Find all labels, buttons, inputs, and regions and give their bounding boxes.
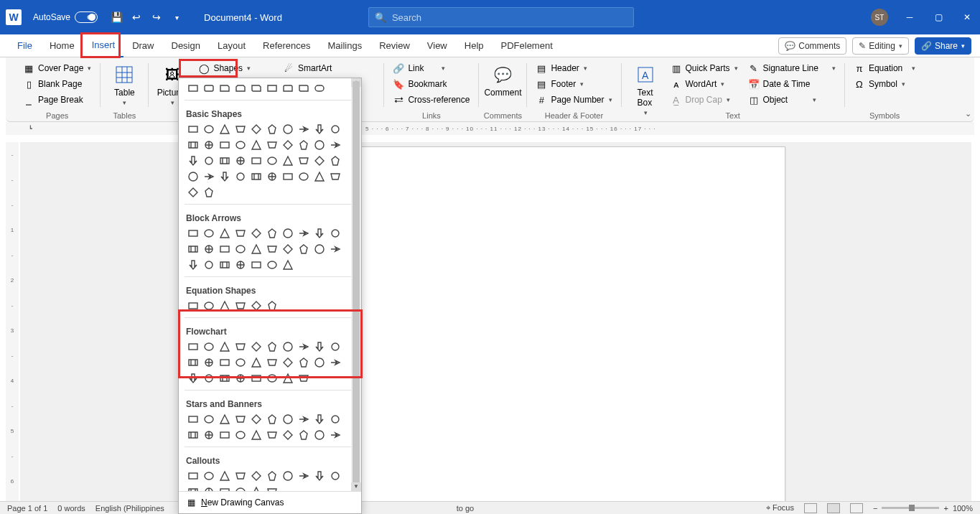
symbol-button[interactable]: ΩSymbol▾ — [851, 76, 918, 92]
shape-item[interactable] — [218, 371, 232, 386]
shape-item[interactable] — [281, 428, 295, 442]
shape-item[interactable] — [312, 340, 327, 354]
tab-home[interactable]: Home — [41, 34, 83, 57]
shape-item[interactable] — [297, 169, 311, 184]
web-layout-icon[interactable] — [850, 503, 863, 513]
shape-item[interactable] — [218, 469, 232, 483]
shape-item[interactable] — [312, 154, 327, 168]
shape-item[interactable] — [249, 154, 263, 168]
shape-item[interactable] — [249, 469, 263, 483]
shape-item[interactable] — [186, 371, 200, 386]
shape-round1-rect[interactable] — [265, 81, 279, 95]
shapes-scrollbar[interactable]: ▲ ▼ — [351, 78, 361, 491]
shape-item[interactable] — [218, 226, 232, 240]
shape-item[interactable] — [297, 340, 311, 354]
page-break-button[interactable]: ⎯Page Break — [20, 92, 94, 108]
user-avatar[interactable]: ST — [871, 9, 888, 26]
shape-item[interactable] — [328, 169, 342, 184]
shape-item[interactable] — [249, 169, 263, 184]
comment-button[interactable]: 💬 Comment — [485, 60, 521, 101]
shape-item[interactable] — [297, 371, 311, 386]
shape-item[interactable] — [328, 138, 342, 152]
shape-item[interactable] — [312, 122, 327, 136]
shape-item[interactable] — [233, 122, 248, 136]
shape-item[interactable] — [249, 138, 263, 152]
editing-mode-button[interactable]: ✎ Editing ▾ — [852, 37, 909, 55]
shape-item[interactable] — [297, 242, 311, 256]
zoom-control[interactable]: − + 100% — [873, 504, 973, 513]
shape-item[interactable] — [249, 258, 263, 272]
shape-round2-diag-rect[interactable] — [297, 81, 311, 95]
shape-item[interactable] — [297, 355, 311, 370]
shape-item[interactable] — [218, 122, 232, 136]
tab-pdfelement[interactable]: PDFelement — [493, 34, 561, 57]
shape-item[interactable] — [233, 169, 248, 184]
shape-snip-rect[interactable] — [218, 81, 232, 95]
shape-item[interactable] — [186, 226, 200, 240]
shape-item[interactable] — [202, 428, 216, 442]
shape-item[interactable] — [202, 299, 216, 313]
shape-item[interactable] — [297, 412, 311, 426]
read-mode-icon[interactable] — [804, 503, 817, 513]
object-button[interactable]: ◫Object▾ — [745, 92, 839, 108]
redo-icon[interactable]: ↪ — [146, 7, 167, 27]
shape-item[interactable] — [202, 242, 216, 256]
shape-item[interactable] — [186, 258, 200, 272]
zoom-out-icon[interactable]: − — [873, 504, 877, 513]
shape-item[interactable] — [328, 154, 342, 168]
shape-item[interactable] — [186, 122, 200, 136]
shape-item[interactable] — [249, 242, 263, 256]
shape-item[interactable] — [265, 226, 279, 240]
shape-item[interactable] — [218, 258, 232, 272]
share-button[interactable]: 🔗 Share ▾ — [915, 37, 971, 55]
shape-item[interactable] — [265, 154, 279, 168]
shape-item[interactable] — [233, 412, 248, 426]
shape-item[interactable] — [265, 169, 279, 184]
shape-item[interactable] — [249, 355, 263, 370]
date-time-button[interactable]: 📅Date & Time — [745, 76, 839, 92]
tab-review[interactable]: Review — [370, 34, 419, 57]
shape-snip-round-rect[interactable] — [249, 81, 263, 95]
shape-item[interactable] — [265, 122, 279, 136]
zoom-in-icon[interactable]: + — [943, 504, 948, 513]
maximize-button[interactable]: ▢ — [931, 12, 946, 22]
shape-item[interactable] — [312, 226, 327, 240]
shape-rounded-rect[interactable] — [202, 81, 216, 95]
shape-item[interactable] — [265, 428, 279, 442]
shape-item[interactable] — [281, 412, 295, 426]
shape-item[interactable] — [233, 371, 248, 386]
shape-item[interactable] — [233, 428, 248, 442]
cross-reference-button[interactable]: ⮂Cross-reference — [390, 92, 472, 108]
shape-item[interactable] — [202, 154, 216, 168]
shape-item[interactable] — [202, 185, 216, 200]
footer-button[interactable]: ▤Footer▾ — [533, 76, 615, 92]
close-button[interactable]: ✕ — [960, 12, 974, 22]
status-page[interactable]: Page 1 of 1 — [7, 504, 47, 513]
shape-item[interactable] — [249, 299, 263, 313]
tab-file[interactable]: File — [9, 34, 41, 57]
shape-item[interactable] — [202, 258, 216, 272]
shape-item[interactable] — [265, 485, 279, 491]
shape-item[interactable] — [281, 371, 295, 386]
shape-item[interactable] — [218, 340, 232, 354]
focus-mode-button[interactable]: ⌖ Focus — [766, 503, 794, 513]
tab-view[interactable]: View — [419, 34, 456, 57]
shapes-button[interactable]: ◯Shapes▾ — [193, 60, 256, 76]
shape-item[interactable] — [249, 428, 263, 442]
shape-item[interactable] — [186, 242, 200, 256]
search-input[interactable]: 🔍 Search — [368, 7, 634, 27]
tab-layout[interactable]: Layout — [209, 34, 254, 57]
shape-item[interactable] — [233, 485, 248, 491]
equation-button[interactable]: πEquation▾ — [851, 60, 918, 76]
shape-item[interactable] — [281, 242, 295, 256]
shape-item[interactable] — [202, 226, 216, 240]
minimize-button[interactable]: ─ — [902, 12, 917, 22]
shape-item[interactable] — [202, 122, 216, 136]
scrollbar-thumb[interactable] — [353, 81, 360, 483]
shape-item[interactable] — [265, 412, 279, 426]
bookmark-button[interactable]: 🔖Bookmark — [390, 76, 472, 92]
shape-item[interactable] — [233, 299, 248, 313]
shape-item[interactable] — [297, 428, 311, 442]
shape-item[interactable] — [233, 138, 248, 152]
shape-item[interactable] — [233, 355, 248, 370]
